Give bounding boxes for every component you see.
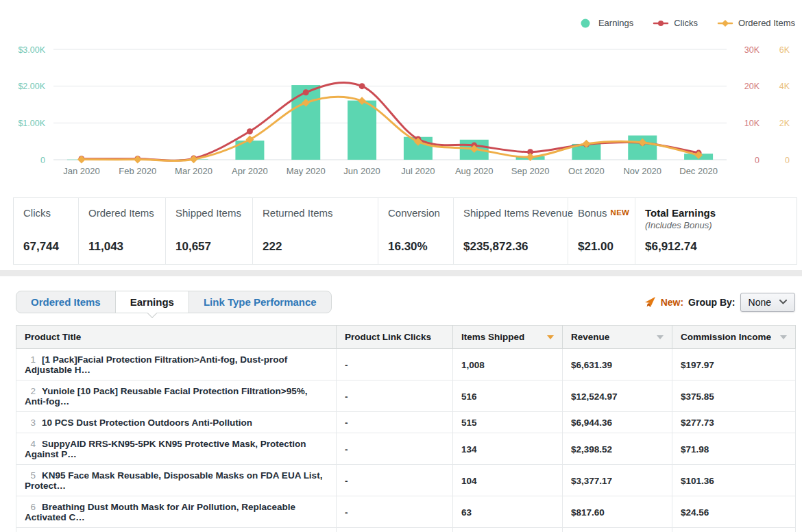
stat-total-earnings: Total Earnings(Includes Bonus)$6,912.74 (635, 198, 797, 264)
cell-value: $817.60 (571, 507, 605, 518)
column-header-commission-income[interactable]: Commission Income (672, 326, 796, 349)
svg-text:20K: 20K (744, 82, 760, 91)
cell-value: 104 (461, 476, 477, 486)
chevron-down-icon (779, 300, 787, 304)
product-title-cell: 1[1 Pack]Facial Protection Filtration>An… (16, 349, 337, 380)
commission-income-cell: $101.36 (672, 465, 796, 496)
svg-text:Aug 2020: Aug 2020 (455, 166, 494, 176)
cell-value: - (345, 476, 348, 486)
table-row: 710PCS Anti Air Dust Cover Sheet,Unisex … (16, 528, 796, 532)
stat-value: 10,657 (175, 240, 243, 254)
cell-value: - (345, 444, 348, 455)
cell-value: - (345, 507, 348, 518)
svg-text:Jan 2020: Jan 2020 (63, 166, 100, 176)
stat-conversion: Conversion16.30% (378, 198, 453, 264)
product-title-link[interactable]: 10 PCS Dust Protection Outdoors Anti-Pol… (42, 418, 252, 428)
items-shipped-cell: 516 (453, 380, 563, 412)
legend-clicks[interactable]: Clicks (653, 18, 698, 28)
performance-chart-section: EarningsClicksOrdered Items $3.00K$2.00K… (0, 0, 802, 184)
stat-clicks: Clicks67,744 (14, 198, 78, 264)
row-number: 1 (25, 354, 36, 365)
cell-value: $277.73 (681, 418, 714, 428)
stat-shipped-items-revenue: Shipped Items Revenue$235,872.36 (453, 198, 568, 264)
column-label: Commission Income (681, 332, 771, 342)
stat-value: 16.30% (388, 240, 443, 254)
chart-legend: EarningsClicksOrdered Items (577, 18, 795, 28)
product-title-cell: 310 PCS Dust Protection Outdoors Anti-Po… (16, 412, 337, 433)
svg-text:Dec 2020: Dec 2020 (679, 166, 718, 176)
ordered-items-marker-icon (717, 19, 733, 28)
table-row: 4SuppyAID RRS-KN95-5PK KN95 Protective M… (16, 433, 796, 465)
stat-label: Conversion (388, 207, 440, 219)
revenue-cell: $6,944.36 (563, 412, 672, 433)
new-label: New: (661, 297, 683, 308)
x-axis-labels: Jan 2020Feb 2020Mar 2020Apr 2020May 2020… (63, 166, 718, 176)
section-divider (0, 270, 802, 276)
items-shipped-cell: 63 (453, 496, 563, 528)
tab-ordered-items[interactable]: Ordered Items (16, 291, 115, 313)
product-title-link[interactable]: SuppyAID RRS-KN95-5PK KN95 Protective Ma… (25, 439, 306, 459)
table-header: Product TitleProduct Link ClicksItems Sh… (16, 326, 796, 349)
cell-value: 516 (461, 391, 477, 402)
group-by-dropdown[interactable]: None (740, 293, 795, 312)
cell-value: $6,631.39 (571, 360, 612, 370)
column-header-revenue[interactable]: Revenue (563, 326, 672, 349)
tab-link-type-performance[interactable]: Link Type Performance (189, 291, 331, 313)
legend-earnings[interactable]: Earnings (577, 18, 633, 28)
stat-label: Ordered Items (88, 207, 154, 219)
legend-label: Ordered Items (738, 18, 795, 28)
column-label: Product Title (25, 332, 81, 342)
product-title-cell: 2Yuniole [10 Pack] Reusable Facial Prote… (16, 380, 337, 412)
sort-inactive-icon[interactable] (780, 335, 787, 339)
items-shipped-cell: 515 (453, 412, 563, 433)
svg-text:$1.00K: $1.00K (18, 119, 45, 128)
commission-income-cell: $375.85 (672, 380, 796, 412)
report-tabs: Ordered ItemsEarningsLink Type Performan… (16, 291, 332, 313)
cell-value: - (345, 360, 348, 370)
items-shipped-cell: 134 (453, 433, 563, 465)
legend-ordered-items[interactable]: Ordered Items (717, 18, 795, 28)
new-badge: NEW (611, 208, 630, 217)
table-row: 2Yuniole [10 Pack] Reusable Facial Prote… (16, 380, 796, 412)
sort-inactive-icon[interactable] (657, 335, 664, 339)
stat-label: Shipped Items Revenue (463, 207, 573, 219)
product-title-link[interactable]: KN95 Face Mask Reusable, Disposable Mask… (25, 470, 322, 491)
stat-label: Clicks (23, 207, 51, 219)
stat-ordered-items: Ordered Items11,043 (78, 198, 165, 264)
column-label: Revenue (571, 332, 609, 342)
cell-value: $24.56 (681, 507, 709, 518)
table-row: 5KN95 Face Mask Reusable, Disposable Mas… (16, 465, 796, 496)
left-axis-labels: $3.00K$2.00K$1.00K0 (18, 45, 45, 165)
cell-value: $197.97 (681, 360, 714, 370)
group-by-controls: New: Group By: None (644, 293, 795, 312)
legend-label: Clicks (674, 18, 698, 28)
product-title-link[interactable]: Yuniole [10 Pack] Reusable Facial Protec… (25, 386, 308, 407)
column-header-items-shipped[interactable]: Items Shipped (453, 326, 563, 349)
earnings-report-table: Product TitleProduct Link ClicksItems Sh… (16, 325, 796, 532)
revenue-cell: $2,398.52 (563, 433, 672, 465)
svg-text:$2.00K: $2.00K (18, 82, 45, 91)
row-number: 5 (25, 470, 36, 481)
column-label: Items Shipped (461, 332, 524, 342)
product-title-link[interactable]: Breathing Dust Mouth Mask for Air Pollut… (25, 502, 295, 522)
product-title-link[interactable]: [1 Pack]Facial Protection Filtration>Ant… (25, 354, 287, 375)
link-clicks-cell: - (337, 528, 453, 532)
report-toolbar: Ordered ItemsEarningsLink Type Performan… (16, 291, 795, 313)
product-title-cell: 6Breathing Dust Mouth Mask for Air Pollu… (16, 496, 337, 528)
sort-active-icon[interactable] (547, 335, 554, 339)
svg-text:Mar 2020: Mar 2020 (175, 166, 212, 176)
stat-label: Returned Items (263, 207, 333, 219)
link-clicks-cell: - (337, 433, 453, 465)
product-title-cell: 4SuppyAID RRS-KN95-5PK KN95 Protective M… (16, 433, 337, 465)
clicks-marker-icon (653, 19, 669, 28)
clicks-line (78, 83, 701, 162)
row-number: 3 (25, 418, 36, 428)
tab-earnings[interactable]: Earnings (115, 291, 189, 313)
svg-text:0: 0 (755, 156, 760, 165)
stat-returned-items: Returned Items222 (252, 198, 378, 264)
items-shipped-cell: 104 (453, 465, 563, 496)
svg-text:$3.00K: $3.00K (18, 45, 45, 55)
cell-value: 134 (461, 444, 477, 455)
commission-income-cell: $24.56 (672, 496, 796, 528)
cell-value: $71.98 (681, 444, 709, 455)
